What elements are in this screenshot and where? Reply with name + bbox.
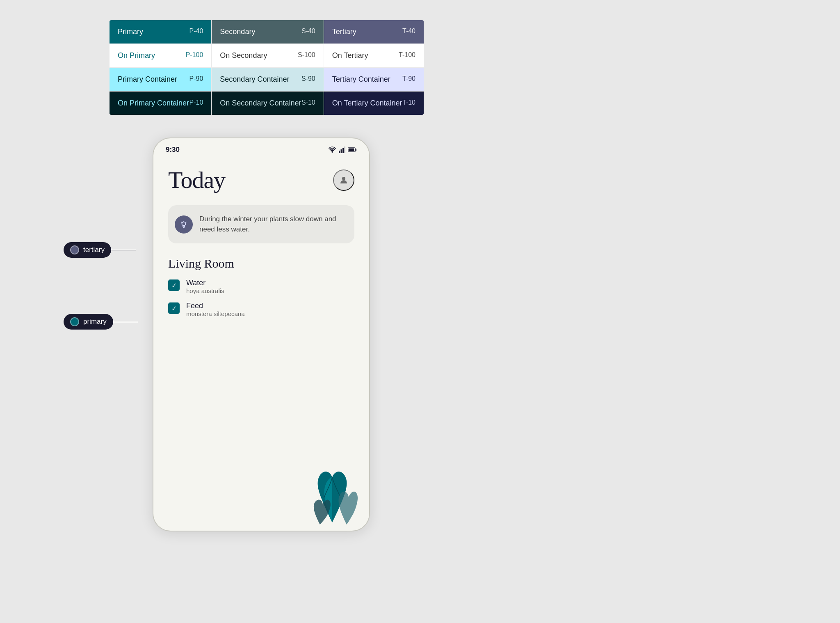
task-list: ✓ Water hoya australis ✓ Feed monstera s… <box>168 279 354 317</box>
task-name: Water <box>186 279 224 287</box>
phone-header: Today <box>168 166 354 194</box>
avatar-button[interactable] <box>333 169 354 191</box>
svg-rect-3 <box>342 148 344 153</box>
color-table: PrimaryP-40SecondaryS-40TertiaryT-40On P… <box>109 20 424 115</box>
tip-text: During the winter your plants slow down … <box>199 214 346 234</box>
cell-label: Tertiary <box>332 27 356 36</box>
cell-code: P-100 <box>186 51 203 59</box>
cell-code: S-100 <box>298 51 315 59</box>
task-item: ✓ Feed monstera siltepecana <box>168 302 354 317</box>
cell-label: On Primary Container <box>118 99 189 107</box>
color-cell-cell-p40: PrimaryP-40 <box>110 20 212 44</box>
cell-code: S-10 <box>301 99 315 106</box>
color-cell-cell-p90: Primary ContainerP-90 <box>110 68 212 92</box>
cell-label: On Tertiary Container <box>332 99 402 107</box>
annotation-pill: primary <box>64 314 113 330</box>
cell-code: P-90 <box>189 75 203 82</box>
wifi-icon <box>328 147 336 153</box>
svg-rect-1 <box>339 151 340 153</box>
svg-line-12 <box>181 222 182 222</box>
page-title: Today <box>168 166 225 194</box>
cell-code: T-40 <box>402 27 415 35</box>
cell-label: Secondary Container <box>220 75 289 83</box>
cell-label: Primary Container <box>118 75 177 83</box>
cell-code: T-90 <box>402 75 415 82</box>
svg-point-8 <box>342 177 345 180</box>
annotation-color-dot <box>70 245 79 254</box>
color-cell-cell-p100: On PrimaryP-100 <box>110 44 212 68</box>
color-cell-cell-s90: Secondary ContainerS-90 <box>212 68 324 92</box>
svg-line-13 <box>186 222 187 222</box>
phone-frame: 9:30 <box>153 137 370 531</box>
cell-label: On Secondary <box>220 51 267 60</box>
task-name: Feed <box>186 302 245 310</box>
svg-rect-4 <box>345 147 346 153</box>
phone-mockup: 9:30 <box>153 137 370 605</box>
task-info: Feed monstera siltepecana <box>186 302 245 317</box>
annotation-line <box>111 250 136 250</box>
plant-illustration <box>304 453 361 518</box>
annotation-color-dot <box>70 317 79 326</box>
color-cell-cell-t40: TertiaryT-40 <box>324 20 424 44</box>
svg-rect-2 <box>341 149 342 153</box>
color-cell-cell-t90: Tertiary ContainerT-90 <box>324 68 424 92</box>
status-time: 9:30 <box>166 146 180 154</box>
cell-label: Primary <box>118 27 143 36</box>
annotation-primary: primary <box>64 314 138 330</box>
annotation-tertiary: tertiary <box>64 242 136 258</box>
annotation-label: primary <box>83 318 107 326</box>
cell-label: On Primary <box>118 51 155 60</box>
status-icons <box>328 147 357 153</box>
cell-label: Tertiary Container <box>332 75 390 83</box>
task-info: Water hoya australis <box>186 279 224 294</box>
svg-rect-6 <box>356 149 357 151</box>
task-checkbox[interactable]: ✓ <box>168 302 180 314</box>
cell-code: T-100 <box>399 51 415 59</box>
section-title: Living Room <box>168 257 354 270</box>
cell-code: T-10 <box>402 99 415 106</box>
tip-card: During the winter your plants slow down … <box>168 205 354 243</box>
annotation-line <box>113 322 138 322</box>
cell-code: S-40 <box>301 27 315 35</box>
task-item: ✓ Water hoya australis <box>168 279 354 294</box>
cell-label: On Secondary Container <box>220 99 301 107</box>
color-cell-cell-s100: On SecondaryS-100 <box>212 44 324 68</box>
color-cell-cell-p10: On Primary ContainerP-10 <box>110 92 212 115</box>
person-icon <box>339 175 349 185</box>
svg-point-9 <box>182 222 185 225</box>
svg-rect-7 <box>349 149 354 151</box>
signal-icon <box>339 147 345 153</box>
svg-point-0 <box>332 151 333 153</box>
cell-code: S-90 <box>301 75 315 82</box>
cell-label: On Tertiary <box>332 51 368 60</box>
annotation-label: tertiary <box>83 246 105 254</box>
annotation-pill: tertiary <box>64 242 111 258</box>
color-cell-cell-t10: On Tertiary ContainerT-10 <box>324 92 424 115</box>
lightbulb-icon <box>179 220 188 229</box>
status-bar: 9:30 <box>153 138 369 158</box>
color-cell-cell-s40: SecondaryS-40 <box>212 20 324 44</box>
cell-code: P-10 <box>189 99 203 106</box>
task-checkbox[interactable]: ✓ <box>168 279 180 291</box>
cell-code: P-40 <box>189 27 203 35</box>
tip-icon <box>175 215 193 234</box>
phone-content: Today <box>153 158 369 317</box>
color-cell-cell-s10: On Secondary ContainerS-10 <box>212 92 324 115</box>
color-cell-cell-t100: On TertiaryT-100 <box>324 44 424 68</box>
task-subtitle: hoya australis <box>186 287 224 294</box>
battery-icon <box>348 147 357 153</box>
task-subtitle: monstera siltepecana <box>186 310 245 317</box>
cell-label: Secondary <box>220 27 255 36</box>
